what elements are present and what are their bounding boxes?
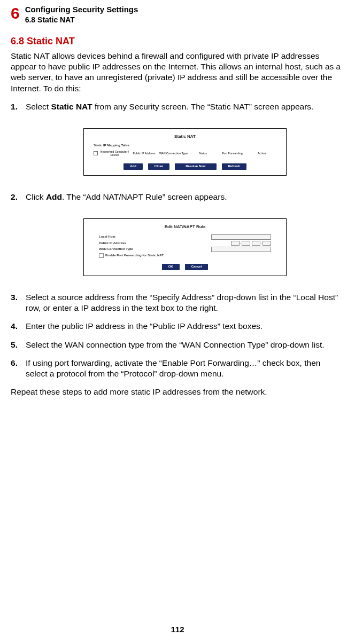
row-label: Public IP Address [99, 241, 126, 246]
step-text: Click [26, 192, 46, 201]
step-text: Select a source address from the “Specif… [26, 293, 338, 312]
step-text: If using port forwarding, activate the “… [26, 358, 320, 378]
step-text: Select [26, 102, 51, 111]
figure-table-header: Networked Computer / Device Public IP Ad… [88, 149, 282, 158]
figure-button-row: OK Cancel [88, 264, 282, 270]
step-1: Select Static NAT from any Security scre… [11, 101, 344, 176]
figure-subhead: Static IP Mapping Table [88, 144, 282, 148]
ok-button[interactable]: OK [162, 264, 180, 270]
section-intro: Static NAT allows devices behind a firew… [11, 51, 344, 94]
figure-button-row: Add Close Resolve Now Refresh [88, 163, 282, 170]
public-ip-input[interactable]: ... [231, 241, 271, 246]
step-6: If using port forwarding, activate the “… [11, 358, 344, 379]
step-text: Select the WAN connection type from the … [26, 340, 325, 349]
figure-static-nat-screen: Static NAT Static IP Mapping Table Netwo… [83, 128, 287, 176]
step-bold: Static NAT [51, 102, 92, 111]
wan-connection-dropdown[interactable] [211, 247, 271, 252]
step-5: Select the WAN connection type from the … [11, 340, 344, 350]
row-label: Enable Port Forwarding for Static NAT [99, 253, 164, 258]
col-header: Networked Computer / Device [100, 150, 129, 157]
local-host-dropdown[interactable] [211, 234, 271, 240]
step-text: Enter the public IP address in the “Publ… [26, 321, 263, 331]
refresh-button[interactable]: Refresh [222, 163, 246, 170]
checkbox-icon [94, 151, 98, 155]
chapter-number: 6 [11, 5, 20, 21]
col-header: Status [188, 152, 218, 155]
col-header: Public IP Address [129, 152, 159, 155]
page-header: 6 Configuring Security Settings 6.8 Stat… [11, 4, 344, 25]
add-button[interactable]: Add [124, 163, 143, 170]
step-4: Enter the public IP address in the “Publ… [11, 321, 344, 332]
figure-add-nat-rule-screen: Edit NAT/NAPT Rule Local Host Public IP … [83, 218, 287, 276]
figure-title: Edit NAT/NAPT Rule [88, 224, 282, 230]
chapter-section-label: 6.8 Static NAT [25, 15, 138, 25]
figure-title: Static NAT [88, 134, 282, 139]
chapter-title: Configuring Security Settings [25, 4, 138, 15]
col-header: Port Forwarding [218, 152, 247, 155]
step-text: from any Security screen. The “Static NA… [92, 102, 314, 111]
col-header: Action [247, 152, 276, 155]
col-header: WAN Connection Type [159, 152, 188, 155]
resolve-now-button[interactable]: Resolve Now [175, 163, 216, 170]
step-2: Click Add. The “Add NAT/NAPT Rule” scree… [11, 192, 344, 276]
step-text: . The “Add NAT/NAPT Rule” screen appears… [62, 192, 227, 201]
step-bold: Add [46, 192, 62, 201]
closing-text: Repeat these steps to add more static IP… [11, 387, 344, 397]
row-label: Local Host [99, 235, 115, 239]
section-heading: 6.8 Static NAT [11, 35, 344, 48]
step-3: Select a source address from the “Specif… [11, 292, 344, 313]
row-label: WAN Connection Type [99, 247, 133, 252]
checkbox-icon[interactable] [99, 253, 104, 258]
page-number: 112 [0, 624, 355, 635]
cancel-button[interactable]: Cancel [185, 264, 209, 270]
close-button[interactable]: Close [148, 163, 169, 170]
